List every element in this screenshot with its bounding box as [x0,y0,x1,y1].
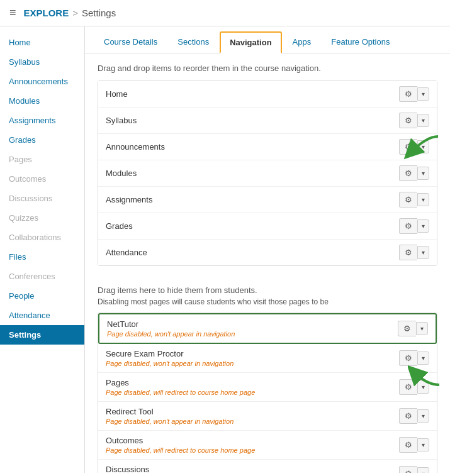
tabs-bar: Course DetailsSectionsNavigationAppsFeat… [85,26,450,53]
hidden-nav-item: Secure Exam Proctor Page disabled, won't… [98,344,437,373]
tab-apps[interactable]: Apps [283,31,321,53]
layout: HomeSyllabusAnnouncementsModulesAssignme… [0,26,450,473]
nav-item-name-label: Modules [106,169,399,178]
nav-item-status: Page disabled, won't appear in navigatio… [106,360,399,367]
dropdown-button[interactable]: ▾ [417,409,429,423]
gear-button[interactable]: ⚙ [399,466,417,473]
breadcrumb-separator: > [72,8,78,18]
nav-item-controls: ⚙ ▾ [398,321,428,336]
gear-button[interactable]: ⚙ [399,86,417,102]
nav-item-info: Discussions This page can't be disabled,… [106,465,399,473]
dropdown-button[interactable]: ▾ [416,322,428,335]
menu-icon[interactable]: ≡ [9,6,16,19]
sidebar-item-modules[interactable]: Modules [0,91,84,111]
instruction-active: Drag and drop items to reorder them in t… [98,64,437,73]
gear-button[interactable]: ⚙ [399,218,417,234]
nav-item-controls: ⚙ ▾ [399,218,429,234]
gear-button[interactable]: ⚙ [399,437,417,453]
sidebar-item-outcomes: Outcomes [0,169,84,189]
active-nav-item: Syllabus ⚙ ▾ [98,108,437,134]
active-nav-item: Grades ⚙ ▾ [98,213,437,240]
active-nav-item: Assignments ⚙ ▾ [98,187,437,213]
nav-item-name-label: Assignments [106,195,399,204]
sidebar-item-home[interactable]: Home [0,33,84,52]
sidebar: HomeSyllabusAnnouncementsModulesAssignme… [0,26,85,473]
main-content: Course DetailsSectionsNavigationAppsFeat… [85,26,450,473]
nav-item-info: Pages Page disabled, will redirect to co… [106,378,399,396]
tab-course-details[interactable]: Course Details [94,31,167,53]
sidebar-item-collaborations: Collaborations [0,228,84,247]
dropdown-button[interactable]: ▾ [417,219,429,233]
tab-sections[interactable]: Sections [168,31,218,53]
dropdown-button[interactable]: ▾ [417,87,429,101]
dropdown-button[interactable]: ▾ [417,114,429,127]
explore-link[interactable]: EXPLORE [24,8,69,18]
nav-item-name-label: NetTutor [107,319,398,329]
sidebar-item-people[interactable]: People [0,286,84,306]
nav-item-name-label: Outcomes [106,436,399,445]
green-arrow-active [402,130,442,168]
nav-item-name-label: Grades [106,221,399,231]
nav-item-controls: ⚙ ▾ [399,113,429,128]
tab-navigation[interactable]: Navigation [220,31,281,53]
nav-item-controls: ⚙ ▾ [399,86,429,102]
hidden-nav-item: NetTutor Page disabled, won't appear in … [98,313,437,344]
nav-item-info: NetTutor Page disabled, won't appear in … [107,319,398,338]
active-nav-item: Modules ⚙ ▾ [98,160,437,187]
dropdown-button[interactable]: ▾ [417,193,429,206]
page-title: Settings [82,8,116,18]
hidden-section-wrapper: NetTutor Page disabled, won't appear in … [98,313,437,473]
active-nav-item: Announcements ⚙ ▾ [98,134,437,160]
hidden-nav-item: Discussions This page can't be disabled,… [98,460,437,473]
nav-item-status: Page disabled, will redirect to course h… [106,389,399,396]
sidebar-item-syllabus[interactable]: Syllabus [0,52,84,72]
navigation-content: Drag and drop items to reorder them in t… [85,53,450,473]
nav-item-name-label: Home [106,89,399,99]
gear-button[interactable]: ⚙ [399,245,417,260]
nav-item-controls: ⚙ ▾ [399,245,429,260]
nav-item-name-label: Syllabus [106,116,399,125]
nav-item-status: Page disabled, won't appear in navigatio… [107,330,398,338]
dropdown-button[interactable]: ▾ [417,167,429,180]
sidebar-item-announcements[interactable]: Announcements [0,72,84,91]
sidebar-item-discussions: Discussions [0,189,84,208]
hidden-header: Drag items here to hide them from studen… [98,285,437,295]
hidden-subtext: Disabling most pages will cause students… [98,297,437,306]
hidden-nav-section: NetTutor Page disabled, won't appear in … [98,313,437,473]
sidebar-item-assignments[interactable]: Assignments [0,111,84,130]
gear-button[interactable]: ⚙ [399,192,417,208]
nav-item-name-label: Discussions [106,465,399,473]
gear-button[interactable]: ⚙ [399,113,417,128]
dropdown-button[interactable]: ▾ [417,467,429,473]
sidebar-item-attendance[interactable]: Attendance [0,306,84,325]
active-nav-item: Home ⚙ ▾ [98,81,437,108]
nav-item-name-label: Secure Exam Proctor [106,349,399,358]
hidden-nav-item: Outcomes Page disabled, will redirect to… [98,431,437,460]
tab-feature-options[interactable]: Feature Options [322,31,399,53]
sidebar-item-settings[interactable]: Settings [0,325,84,345]
nav-item-status: Page disabled, will redirect to course h… [106,446,399,454]
green-arrow-attendance [408,357,442,388]
dropdown-button[interactable]: ▾ [417,438,429,451]
nav-item-controls: ⚙ ▾ [399,408,429,424]
active-nav-section: Home ⚙ ▾ Syllabus ⚙ ▾ Announcements ⚙ ▾ … [98,80,437,266]
top-bar: ≡ EXPLORE > Settings [0,0,450,26]
nav-item-name-label: Announcements [106,142,399,152]
nav-item-info: Secure Exam Proctor Page disabled, won't… [106,349,399,367]
active-nav-item: Attendance ⚙ ▾ [98,240,437,265]
nav-item-info: Outcomes Page disabled, will redirect to… [106,436,399,454]
sidebar-item-conferences: Conferences [0,267,84,286]
nav-item-controls: ⚙ ▾ [399,466,429,473]
nav-item-name-label: Pages [106,378,399,387]
nav-item-controls: ⚙ ▾ [399,437,429,453]
hidden-nav-item: Redirect Tool Page disabled, won't appea… [98,402,437,431]
sidebar-item-pages: Pages [0,150,84,169]
nav-item-name-label: Attendance [106,248,399,257]
nav-item-status: Page disabled, won't appear in navigatio… [106,418,399,425]
sidebar-item-files[interactable]: Files [0,247,84,267]
gear-button[interactable]: ⚙ [398,321,416,336]
sidebar-item-grades[interactable]: Grades [0,130,84,150]
dropdown-button[interactable]: ▾ [417,246,429,259]
sidebar-item-quizzes: Quizzes [0,208,84,228]
gear-button[interactable]: ⚙ [399,408,417,424]
